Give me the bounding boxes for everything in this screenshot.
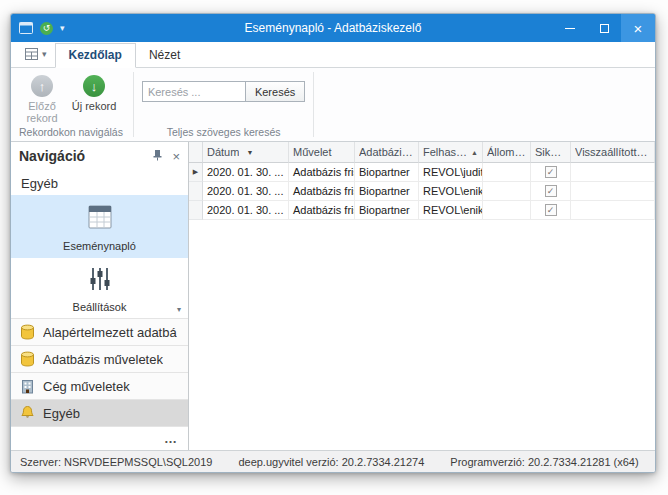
sidebar-group-label: Alapértelmezett adatbá (43, 325, 177, 340)
cell-adatbazis_nev: Biopartner (355, 182, 419, 201)
column-header-label: Művelet (293, 146, 332, 158)
column-header-allomas[interactable]: Állomás (483, 142, 531, 163)
cell-muvelet: Adatbázis fris... (289, 201, 355, 220)
sidebar-item-label: Eseménynapló (63, 240, 136, 252)
app-icon[interactable] (19, 22, 33, 34)
quick-access-dropdown-icon[interactable]: ▾ (60, 23, 65, 33)
sidebar-item-label: Beállítások (73, 301, 127, 313)
bell-icon (20, 405, 35, 421)
title-bar: ↺ ▾ Eseménynapló - Adatbáziskezelő × (11, 14, 655, 42)
sidebar-tiles-list: EseménynaplóBeállítások (11, 195, 188, 318)
sidebar-group-ceg-muveletek[interactable]: Cég műveletek (11, 372, 188, 399)
tab-nezet[interactable]: Nézet (136, 44, 193, 67)
sidebar-item-esemenynaplo[interactable]: Eseménynapló (11, 195, 188, 258)
cell-allomas (483, 201, 531, 220)
minimize-button[interactable] (553, 14, 587, 42)
sidebar-title: Navigáció (19, 148, 85, 164)
search-input[interactable] (142, 81, 246, 102)
row-indicator-header (189, 142, 203, 163)
cell-muvelet: Adatbázis fris... (289, 182, 355, 201)
cell-visszaallitott (571, 163, 655, 182)
sidebar-group-egyeb[interactable]: Egyéb (11, 399, 188, 426)
column-header-visszaallitott[interactable]: Visszaállított ad... (571, 142, 655, 163)
new-record-label: Új rekord (70, 100, 118, 112)
table-row[interactable]: 2020. 01. 30. ...Adatbázis fris...Biopar… (189, 201, 655, 220)
cell-adatbazis_nev: Biopartner (355, 163, 419, 182)
previous-record-label: Előző rekord (18, 100, 66, 124)
data-grid: Dátum▼MűveletAdatbázis névFelhasznál...▲… (189, 142, 655, 450)
ribbon-group-separator (133, 72, 134, 137)
cell-sikeres: ✓ (531, 201, 571, 220)
column-header-label: Adatbázis név (359, 146, 414, 158)
column-header-label: Felhasznál... (423, 146, 468, 158)
cell-allomas (483, 163, 531, 182)
ribbon-group-navigation: ↑ Előző rekord ↓ Új rekord Rekordokon na… (11, 68, 131, 141)
grid-body: ▶2020. 01. 30. ...Adatbázis fris...Biopa… (189, 163, 655, 220)
status-app-version: deep.ugyvitel verzió: 20.2.7334.21274 (238, 456, 424, 468)
desktop-background: ↺ ▾ Eseménynapló - Adatbáziskezelő × ▾ K… (0, 0, 668, 495)
chevron-down-icon: ▾ (177, 305, 181, 314)
tab-kezdolap[interactable]: Kezdőlap (55, 43, 136, 68)
app-window: ↺ ▾ Eseménynapló - Adatbáziskezelő × ▾ K… (10, 13, 656, 473)
column-header-label: Visszaállított ad... (575, 146, 650, 158)
database-icon (20, 351, 35, 367)
cell-visszaallitott (571, 182, 655, 201)
sidebar-item-beallitasok[interactable]: Beállítások (11, 258, 188, 318)
close-icon: × (634, 21, 643, 36)
sidebar-group-label: Egyéb (43, 406, 80, 421)
cell-adatbazis_nev: Biopartner (355, 201, 419, 220)
column-header-sikeres[interactable]: Sikeres (531, 142, 571, 163)
cell-datum: 2020. 01. 30. ... (203, 182, 289, 201)
grid-empty-area (189, 220, 655, 450)
previous-record-button[interactable]: ↑ Előző rekord (17, 72, 67, 124)
ribbon: ↑ Előző rekord ↓ Új rekord Rekordokon na… (11, 68, 655, 142)
application-menu-button[interactable]: ▾ (17, 43, 55, 65)
sidebar-overflow-row: … (11, 426, 188, 450)
sidebar-group-adatbazis-muveletek[interactable]: Adatbázis műveletek (11, 345, 188, 372)
minimize-icon (565, 28, 575, 29)
new-record-button[interactable]: ↓ Új rekord (69, 72, 119, 112)
company-icon (20, 378, 35, 394)
current-row-indicator-icon: ▶ (189, 163, 203, 182)
cell-allomas (483, 182, 531, 201)
chevron-down-icon: ▾ (42, 49, 47, 59)
cell-felhasznalo: REVOL\judit.n... (419, 163, 483, 182)
cell-sikeres: ✓ (531, 182, 571, 201)
sidebar-group-label: Adatbázis műveletek (43, 352, 163, 367)
overflow-button[interactable]: … (164, 431, 178, 446)
pin-icon[interactable] (152, 147, 163, 165)
table-row[interactable]: ▶2020. 01. 30. ...Adatbázis fris...Biopa… (189, 163, 655, 182)
nav-scroll-down-button[interactable]: ▾ (172, 303, 186, 316)
table-row[interactable]: 2020. 01. 30. ...Adatbázis fris...Biopar… (189, 182, 655, 201)
checkbox-icon: ✓ (545, 185, 557, 197)
column-header-adatbazis_nev[interactable]: Adatbázis név (355, 142, 419, 163)
search-button[interactable]: Keresés (245, 81, 305, 102)
cell-visszaallitott (571, 201, 655, 220)
sidebar-section-label: Egyéb (11, 170, 188, 195)
cell-muvelet: Adatbázis fris... (289, 163, 355, 182)
main-area: Navigáció × Egyéb EseménynaplóBeállításo… (11, 142, 655, 450)
sidebar-group-alapertelmezett-adatbazis[interactable]: Alapértelmezett adatbá (11, 318, 188, 345)
checkbox-icon: ✓ (545, 204, 557, 216)
maximize-icon (600, 24, 609, 33)
ribbon-group-caption: Rekordokon navigálás (17, 124, 125, 141)
ribbon-tab-row: ▾ Kezdőlap Nézet (11, 42, 655, 68)
ribbon-group-separator (313, 72, 314, 137)
navigation-sidebar: Navigáció × Egyéb EseménynaplóBeállításo… (11, 142, 189, 450)
status-program-version: Programverzió: 20.2.7334.21281 (x64) (450, 456, 638, 468)
refresh-icon[interactable]: ↺ (40, 22, 53, 35)
close-button[interactable]: × (621, 14, 655, 42)
column-header-label: Sikeres (535, 146, 566, 158)
cell-felhasznalo: REVOL\enikok (419, 182, 483, 201)
sort-ascending-icon: ▲ (468, 149, 478, 156)
maximize-button[interactable] (587, 14, 621, 42)
column-header-label: Állomás (487, 146, 526, 158)
column-header-datum[interactable]: Dátum▼ (203, 142, 289, 163)
sidebar-group-label: Cég műveletek (43, 379, 130, 394)
window-controls: × (553, 14, 655, 42)
column-header-felhasznalo[interactable]: Felhasznál...▲ (419, 142, 483, 163)
quick-access-toolbar: ↺ ▾ (11, 22, 65, 35)
filter-icon[interactable]: ▼ (246, 149, 253, 156)
close-panel-icon[interactable]: × (172, 150, 180, 163)
column-header-muvelet[interactable]: Művelet (289, 142, 355, 163)
